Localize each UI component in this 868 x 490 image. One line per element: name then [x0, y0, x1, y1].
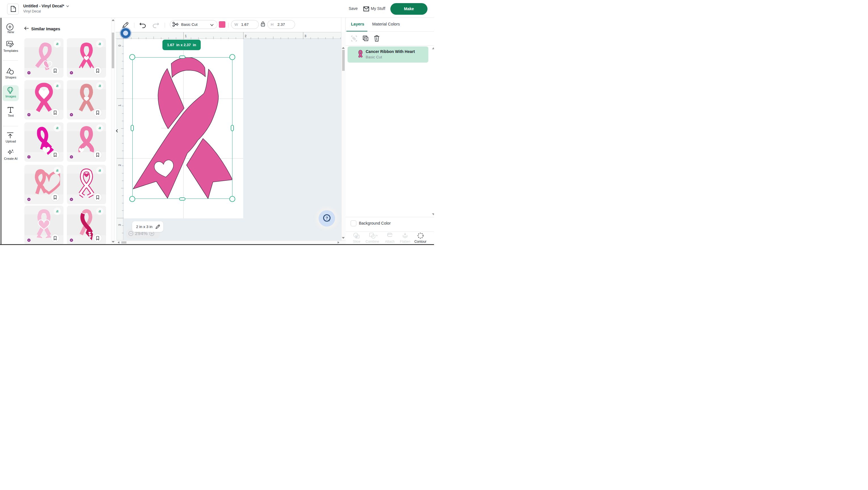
svg-text:1: 1: [118, 104, 121, 106]
svg-text:2: 2: [118, 164, 121, 166]
svg-text:3: 3: [118, 224, 121, 226]
svg-text:3: 3: [305, 34, 306, 38]
svg-text:0: 0: [118, 45, 121, 46]
svg-text:2: 2: [245, 34, 247, 38]
svg-text:1: 1: [185, 34, 187, 38]
svg-text:?: ?: [326, 216, 328, 220]
